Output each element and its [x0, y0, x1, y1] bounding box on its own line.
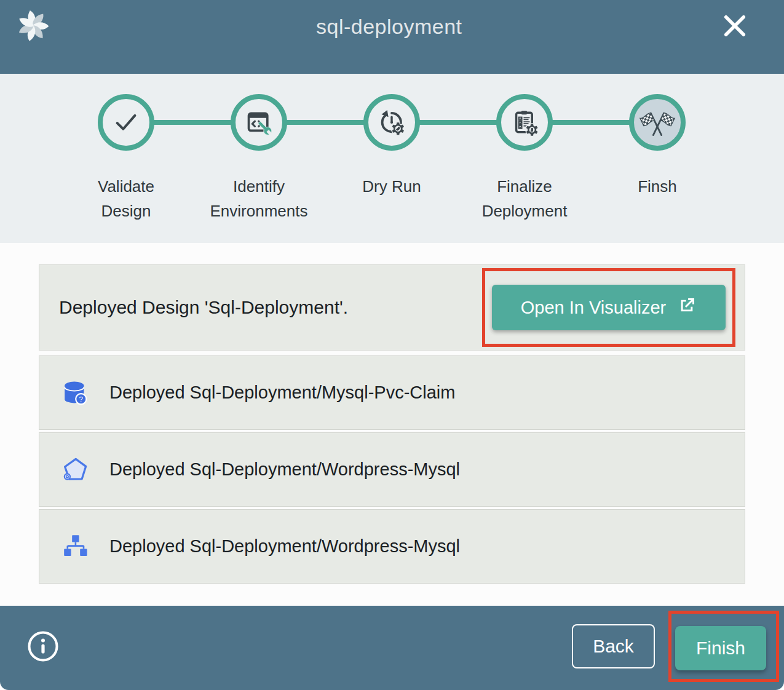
deployment-wizard-dialog: sql-deployment [0, 0, 784, 690]
step-finish[interactable] [629, 94, 686, 151]
annotation-finish: Finish [668, 611, 779, 682]
meshery-logo-icon [16, 9, 50, 43]
step-dry-run[interactable] [363, 94, 420, 151]
annotation-open-in-visualizer: Open In Visualizer [482, 268, 735, 347]
info-button[interactable] [27, 630, 59, 662]
step-label-dry-run: Dry Run [336, 174, 447, 199]
deployed-item-row: Deployed Sql-Deployment/Wordpress-Mysql [39, 509, 745, 584]
storage-icon: ? [60, 378, 90, 408]
deployed-design-text: Deployed Design 'Sql-Deployment'. [59, 297, 348, 318]
external-link-icon [677, 296, 697, 320]
step-label-identify-environments: Identify Environments [204, 174, 314, 223]
results-panel: Deployed Design 'Sql-Deployment'. Open I… [0, 243, 784, 606]
open-in-visualizer-button[interactable]: Open In Visualizer [492, 285, 726, 330]
finish-button[interactable]: Finish [675, 626, 766, 670]
close-icon [721, 32, 748, 41]
deployed-item-text: Deployed Sql-Deployment/Wordpress-Mysql [109, 459, 460, 480]
dry-run-icon [378, 108, 406, 137]
deployment-icon [60, 532, 90, 561]
deployed-item-row: ? Deployed Sql-Deployment/Mysql-Pvc-Clai… [39, 355, 745, 430]
finish-flags-icon [640, 105, 675, 140]
step-label-validate-design: Validate Design [71, 174, 181, 223]
back-button[interactable]: Back [572, 624, 655, 668]
step-label-finish: Finsh [602, 174, 713, 199]
dialog-footer: Back Finish [0, 606, 784, 690]
step-identify-environments[interactable] [231, 94, 287, 151]
step-finalize-deployment[interactable] [496, 94, 553, 151]
wizard-stepper: Validate Design Identify Environments Dr… [0, 74, 784, 243]
dialog-title: sql-deployment [316, 15, 462, 39]
deployed-item-row: Deployed Sql-Deployment/Wordpress-Mysql [39, 432, 745, 507]
check-icon [112, 108, 140, 137]
code-wrench-icon [245, 108, 273, 137]
close-button[interactable] [721, 12, 748, 39]
open-in-visualizer-label: Open In Visualizer [521, 298, 666, 318]
step-validate-design[interactable] [98, 94, 154, 151]
deployed-item-text: Deployed Sql-Deployment/Wordpress-Mysql [109, 536, 460, 557]
step-label-finalize-deployment: Finalize Deployment [469, 174, 580, 223]
info-icon [27, 655, 59, 664]
svg-text:?: ? [79, 394, 84, 402]
deployed-item-text: Deployed Sql-Deployment/Mysql-Pvc-Claim [109, 383, 455, 403]
dialog-header: sql-deployment [0, 0, 784, 74]
finalize-icon [510, 108, 539, 137]
deployed-design-row: Deployed Design 'Sql-Deployment'. Open I… [39, 264, 745, 351]
pod-icon [60, 455, 90, 485]
